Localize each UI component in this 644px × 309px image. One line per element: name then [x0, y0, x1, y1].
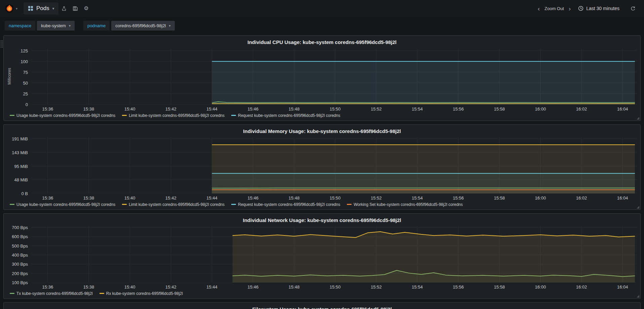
legend-item[interactable]: Request kube-system coredns-695f96dcd5-9…	[231, 113, 340, 118]
x-tick-label: 15:56	[453, 106, 464, 112]
save-button[interactable]	[70, 4, 81, 13]
variable-podname-current: coredns-695f96dcd5-98j2l	[115, 23, 166, 28]
x-axis: 15:3615:3815:4015:4215:4415:4615:4815:50…	[31, 193, 637, 201]
x-tick-label: 15:52	[371, 106, 382, 112]
variable-caret-down-icon: ▾	[69, 24, 71, 28]
legend-series-color-icon	[10, 115, 14, 116]
dashboard-grid-icon	[28, 6, 33, 11]
chart-canvas	[31, 48, 637, 104]
x-axis: 15:3615:3815:4015:4215:4415:4615:4815:50…	[31, 282, 637, 290]
x-axis: 15:3615:3815:4015:4215:4415:4615:4815:50…	[31, 104, 637, 112]
legend-item[interactable]: Working Set kube-system coredns-695f96dc…	[347, 202, 463, 207]
variable-podname: podname coredns-695f96dcd5-98j2l ▾	[83, 21, 175, 31]
chart-canvas	[31, 137, 637, 193]
share-icon	[62, 6, 67, 11]
legend-item[interactable]: Usage kube-system coredns-695f96dcd5-98j…	[10, 113, 115, 118]
x-tick-label: 16:02	[576, 284, 587, 290]
series-fill	[212, 61, 635, 104]
legend-item[interactable]: Tx kube-system coredns-695f96dcd5-98j2l	[10, 291, 93, 296]
x-tick-label: 16:00	[535, 106, 546, 112]
variable-namespace-value[interactable]: kube-system ▾	[37, 21, 75, 31]
x-tick-label: 15:56	[453, 195, 464, 201]
panel-network: Individual Network Usage: kube-system co…	[3, 213, 641, 299]
y-tick-label: 48 MiB	[14, 177, 28, 182]
variable-namespace-current: kube-system	[41, 23, 66, 28]
legend-series-color-icon	[10, 293, 14, 294]
y-tick-label: 400 Bps	[12, 253, 28, 258]
dashboard-body: Individual CPU Usage: kube-system coredn…	[0, 35, 644, 309]
plot-area[interactable]	[31, 137, 637, 193]
y-tick-label: 200 Bps	[12, 271, 28, 276]
x-tick-label: 15:54	[412, 195, 423, 201]
plot-area[interactable]	[31, 48, 637, 104]
variable-podname-value[interactable]: coredns-695f96dcd5-98j2l ▾	[111, 21, 174, 31]
panel-title[interactable]: Individual Memory Usage: kube-system cor…	[7, 127, 637, 137]
legend-item[interactable]: Limit kube-system coredns-695f96dcd5-98j…	[122, 113, 225, 118]
panel-title[interactable]: Filesystem Usage: kube-system coredns-69…	[7, 305, 637, 309]
row-drag-handle[interactable]	[0, 40, 3, 48]
refresh-button[interactable]	[628, 4, 639, 13]
time-range-picker[interactable]: Last 30 minutes	[575, 4, 623, 12]
dashboard-settings-button[interactable]: ⚙	[81, 4, 91, 13]
x-tick-label: 15:50	[330, 195, 341, 201]
y-tick-label: 600 Bps	[12, 234, 28, 239]
time-shift-right-button[interactable]: ›	[566, 5, 573, 12]
panel-title[interactable]: Individual Network Usage: kube-system co…	[7, 216, 637, 226]
legend: Usage kube-system coredns-695f96dcd5-98j…	[7, 201, 637, 207]
x-tick-label: 15:42	[165, 106, 176, 112]
y-axis: 0255075100125	[12, 48, 31, 104]
panel-resize-handle[interactable]	[637, 117, 639, 120]
y-tick-label: 75	[23, 70, 28, 75]
y-axis-label	[7, 137, 12, 193]
x-tick-label: 15:58	[494, 106, 505, 112]
legend: Tx kube-system coredns-695f96dcd5-98j2lR…	[7, 290, 637, 296]
legend-item[interactable]: Rx kube-system coredns-695f96dcd5-98j2l	[99, 291, 183, 296]
panel-title[interactable]: Individual CPU Usage: kube-system coredn…	[7, 38, 637, 48]
time-shift-left-button[interactable]: ‹	[535, 5, 542, 12]
legend-series-name: Usage kube-system coredns-695f96dcd5-98j…	[16, 202, 115, 207]
panel-resize-handle[interactable]	[637, 206, 639, 209]
x-tick-label: 15:56	[453, 284, 464, 290]
panel-filesystem: Filesystem Usage: kube-system coredns-69…	[3, 302, 641, 309]
legend-item[interactable]: Limit kube-system coredns-695f96dcd5-98j…	[122, 202, 225, 207]
x-tick-label: 15:40	[124, 284, 135, 290]
network-chart: 100 Bps200 Bps300 Bps400 Bps500 Bps600 B…	[7, 226, 637, 290]
y-tick-label: 25	[23, 91, 28, 96]
legend-item[interactable]: Usage kube-system coredns-695f96dcd5-98j…	[10, 202, 115, 207]
legend-series-color-icon	[122, 115, 127, 116]
memory-chart: 0 B48 MiB95 MiB143 MiB191 MiB 15:3615:38…	[7, 137, 637, 201]
save-icon	[73, 6, 78, 11]
plot-area[interactable]	[31, 226, 637, 282]
x-tick-label: 16:00	[535, 195, 546, 201]
dashboard-caret-down-icon: ▾	[52, 6, 54, 11]
variable-caret-down-icon: ▾	[169, 24, 171, 28]
x-tick-label: 15:54	[412, 284, 423, 290]
zoom-out-button[interactable]: Zoom Out	[544, 5, 565, 12]
legend-series-color-icon	[99, 293, 104, 294]
dashboard-title: Pods	[36, 5, 49, 12]
x-tick-label: 16:02	[576, 195, 587, 201]
legend-series-name: Rx kube-system coredns-695f96dcd5-98j2l	[106, 291, 183, 296]
x-tick-label: 15:46	[247, 106, 258, 112]
x-tick-label: 15:36	[42, 195, 53, 201]
grafana-logo[interactable]: ▾	[0, 0, 21, 17]
y-tick-label: 700 Bps	[12, 225, 28, 230]
dashboard-picker[interactable]: Pods ▾	[24, 2, 58, 14]
x-tick-label: 15:36	[42, 106, 53, 112]
x-tick-label: 16:04	[617, 195, 628, 201]
legend-series-color-icon	[347, 204, 352, 205]
x-tick-label: 15:58	[494, 195, 505, 201]
legend-series-name: Usage kube-system coredns-695f96dcd5-98j…	[16, 113, 115, 118]
x-tick-label: 15:38	[83, 195, 94, 201]
x-tick-label: 15:48	[289, 195, 300, 201]
panel-resize-handle[interactable]	[637, 295, 639, 298]
x-tick-label: 15:46	[247, 284, 258, 290]
y-tick-label: 100	[21, 59, 28, 64]
x-tick-label: 15:40	[124, 195, 135, 201]
variable-podname-label: podname	[83, 21, 110, 31]
x-tick-label: 16:04	[617, 284, 628, 290]
x-tick-label: 15:44	[206, 106, 217, 112]
cpu-chart: Millicores 0255075100125 15:3615:3815:40…	[7, 48, 637, 112]
share-button[interactable]	[58, 4, 70, 13]
legend-item[interactable]: Request kube-system coredns-695f96dcd5-9…	[231, 202, 340, 207]
